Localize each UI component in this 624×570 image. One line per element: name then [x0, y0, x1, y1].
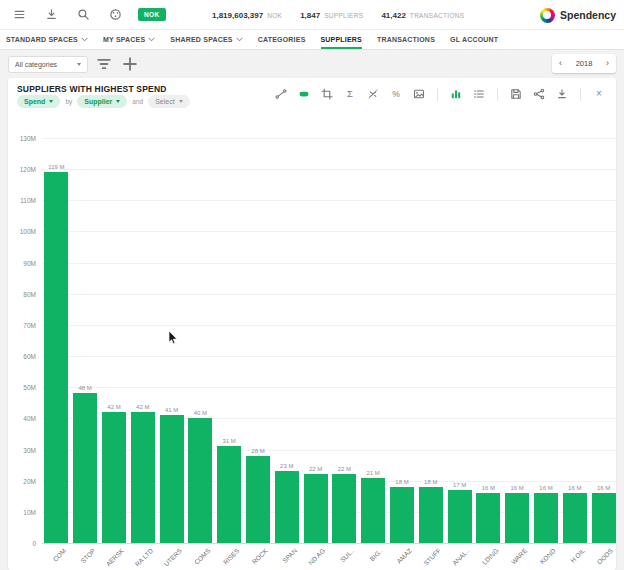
chart-toolbar: Σ % × [274, 87, 606, 101]
suppliers-stat: 1,847 SUPPLIERS [300, 11, 363, 20]
chevron-down-icon [77, 63, 81, 66]
bar-nd-ag[interactable] [304, 474, 328, 543]
bar-stuff[interactable] [419, 487, 443, 543]
bar-lding[interactable] [476, 493, 500, 543]
bar-column: 16 MKOND [532, 138, 561, 543]
list-icon[interactable] [472, 87, 486, 101]
tab-categories[interactable]: CATEGORIES [258, 30, 306, 49]
chevron-down-icon [236, 37, 243, 42]
bar-kond[interactable] [534, 493, 558, 543]
bar-ra-ltd[interactable] [131, 412, 155, 543]
x-tick-label: RA LTD [133, 547, 154, 568]
bar-oods[interactable] [592, 493, 616, 543]
measure-pill-label: Spend [24, 98, 45, 105]
filter-row: All categories ‹ 2018 › [0, 50, 624, 78]
tab-my-spaces[interactable]: MY SPACES [103, 30, 155, 49]
bar-aersk[interactable] [102, 412, 126, 543]
y-tick-label: 70M [16, 322, 36, 329]
bar-column: 22 MSUL.. [330, 138, 359, 543]
category-select[interactable]: All categories [8, 56, 88, 73]
bar-anal-[interactable] [448, 490, 472, 543]
brand-name: Spendency [560, 9, 616, 21]
currency-badge[interactable]: NOK [138, 8, 166, 21]
tab-suppliers[interactable]: SUPPLIERS [321, 30, 362, 49]
tab-shared-spaces[interactable]: SHARED SPACES [170, 30, 242, 49]
bar-column: 16 MOODS [589, 138, 616, 543]
y-tick-label: 130M [16, 135, 36, 142]
bar-column: 16 MWARE [503, 138, 532, 543]
palette-icon[interactable] [104, 4, 126, 26]
bar-chart-icon[interactable] [449, 87, 463, 101]
y-tick-label: 20M [16, 478, 36, 485]
x-tick-label: SPAN [281, 547, 298, 564]
bar-rises[interactable] [217, 446, 241, 543]
x-tick-label: WARE [510, 547, 529, 566]
x-tick-label: H OIL [569, 547, 586, 564]
bar-column: 40 MCOMS [186, 138, 215, 543]
bar-span[interactable] [275, 471, 299, 543]
sum-icon[interactable]: Σ [343, 87, 357, 101]
next-year-button[interactable]: › [606, 59, 609, 68]
bar-coms[interactable] [188, 418, 212, 543]
x-tick-label: KOND [539, 547, 557, 565]
and-label: and [132, 98, 143, 105]
bar-big-[interactable] [361, 478, 385, 543]
percent-icon[interactable]: % [389, 87, 403, 101]
secondary-select-label: Select [155, 98, 174, 105]
toolbar-separator [437, 88, 438, 101]
menu-icon[interactable] [8, 4, 30, 26]
share-icon[interactable] [532, 87, 546, 101]
bar-com[interactable] [44, 172, 68, 543]
bar-sul-[interactable] [332, 474, 356, 543]
filter-icon[interactable] [94, 54, 114, 74]
search-icon[interactable] [72, 4, 94, 26]
trend-icon[interactable] [274, 87, 288, 101]
x-tick-label: ND AG [307, 547, 326, 566]
total-spend-unit: NOK [267, 12, 282, 19]
labels-toggle-icon[interactable] [297, 87, 311, 101]
prev-year-button[interactable]: ‹ [559, 59, 562, 68]
y-tick-label: 110M [16, 197, 36, 204]
bar-h-oil[interactable] [563, 493, 587, 543]
tab-transactions[interactable]: TRANSACTIONS [377, 30, 435, 49]
bar-rock[interactable] [246, 456, 270, 543]
bar-value-label: 40 M [186, 410, 215, 416]
secondary-select-pill[interactable]: Select [148, 95, 189, 108]
tab-label: GL ACCOUNT [450, 36, 498, 43]
bar-stop[interactable] [73, 393, 97, 543]
suppliers-count: 1,847 [300, 11, 320, 20]
add-icon[interactable] [120, 54, 140, 74]
save-icon[interactable] [509, 87, 523, 101]
x-tick-label: RISES [221, 547, 240, 566]
download-icon[interactable] [40, 4, 62, 26]
dimension-controls: Spend by Supplier and Select [17, 95, 190, 108]
x-tick-label: COMS [193, 547, 212, 566]
exclude-icon[interactable] [366, 87, 380, 101]
measure-pill[interactable]: Spend [17, 95, 60, 108]
bar-value-label: 16 M [503, 485, 532, 491]
close-icon[interactable]: × [592, 87, 606, 101]
download-icon[interactable] [555, 87, 569, 101]
x-tick-label: AMAZ [395, 547, 413, 565]
bar-value-label: 119 M [42, 164, 71, 170]
bar-value-label: 42 M [100, 404, 129, 410]
bar-uters[interactable] [160, 415, 184, 543]
crop-icon[interactable] [320, 87, 334, 101]
x-tick-label: SUL.. [339, 547, 355, 563]
transactions-label: TRANSACTIONS [410, 12, 465, 19]
bar-column: 119 MCOM [42, 138, 71, 543]
image-icon[interactable] [412, 87, 426, 101]
tab-standard-spaces[interactable]: STANDARD SPACES [6, 30, 88, 49]
tab-gl-account[interactable]: GL ACCOUNT [450, 30, 498, 49]
bar-value-label: 31 M [215, 438, 244, 444]
bar-amaz[interactable] [390, 487, 414, 543]
chevron-down-icon [116, 100, 120, 103]
y-tick-label: 50M [16, 384, 36, 391]
bar-column: 18 MSTUFF [416, 138, 445, 543]
bar-ware[interactable] [505, 493, 529, 543]
y-tick-label: 30M [16, 447, 36, 454]
dimension-pill[interactable]: Supplier [77, 95, 127, 108]
x-tick-label: BIG.. [369, 547, 384, 562]
y-tick-label: 90M [16, 260, 36, 267]
bar-column: 41 MUTERS [157, 138, 186, 543]
